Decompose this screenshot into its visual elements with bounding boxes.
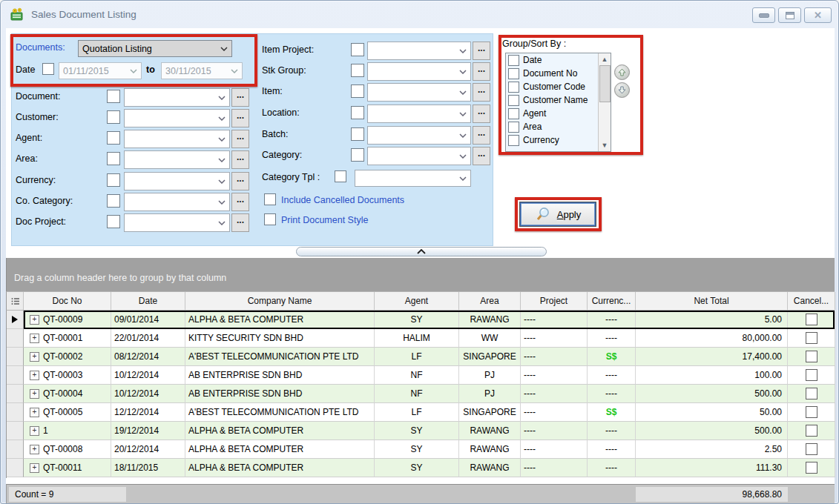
move-up-button[interactable] [614, 64, 630, 80]
include-cancelled-checkbox[interactable] [264, 193, 276, 205]
ellipsis-button-customer[interactable]: ... [231, 109, 249, 127]
group-sort-checkbox[interactable] [508, 122, 519, 133]
cancelled-checkbox[interactable] [806, 406, 817, 418]
expand-row-button[interactable]: + [30, 389, 39, 399]
table-row[interactable]: +QT-0001118/11/2015ALPHA & BETA COMPUTER… [7, 459, 835, 477]
move-down-button[interactable] [614, 82, 630, 98]
cancelled-checkbox[interactable] [806, 369, 817, 381]
expand-row-button[interactable]: + [30, 352, 39, 362]
filter-checkbox-agent[interactable] [107, 131, 120, 145]
apply-button[interactable]: Apply [520, 202, 596, 226]
scroll-up-icon[interactable]: ▲ [599, 53, 611, 65]
group-sort-item-customer-name[interactable]: Customer Name [506, 93, 611, 107]
ellipsis-button-category[interactable]: ... [473, 147, 490, 165]
cancelled-checkbox[interactable] [806, 332, 817, 344]
cancelled-checkbox[interactable] [806, 388, 817, 399]
cancelled-checkbox[interactable] [806, 443, 817, 455]
ellipsis-button-item-project[interactable]: ... [473, 42, 490, 60]
filter-combo-item-project[interactable] [367, 42, 471, 60]
group-sort-item-customer-code[interactable]: Customer Code [506, 80, 611, 93]
ellipsis-button-co-category[interactable]: ... [231, 193, 249, 211]
table-row[interactable]: +QT-0000410/12/2014AB ENTERPRISE SDN BHD… [7, 385, 835, 403]
group-sort-item-date[interactable]: Date [506, 53, 611, 67]
filter-checkbox-stk-group[interactable] [351, 64, 364, 77]
date-from-combo[interactable]: 01/11/2015 [59, 62, 142, 79]
expand-row-button[interactable]: + [30, 371, 39, 380]
ellipsis-button-batch[interactable]: ... [473, 126, 490, 145]
group-sort-item-agent[interactable]: Agent [506, 107, 611, 120]
filter-combo-category[interactable] [367, 147, 471, 165]
filter-combo-item[interactable] [367, 83, 471, 102]
group-sort-checkbox[interactable] [508, 55, 519, 66]
ellipsis-button-currency[interactable]: ... [231, 172, 249, 190]
filter-combo-doc-project[interactable] [124, 213, 230, 232]
column-header-company[interactable]: Company Name [185, 292, 375, 310]
filter-checkbox-item-project[interactable] [351, 43, 364, 56]
group-by-drop-zone[interactable]: Drag a column header here to group by th… [6, 258, 835, 291]
filter-checkbox-doc-project[interactable] [107, 215, 120, 228]
filter-checkbox-location[interactable] [351, 106, 364, 119]
scroll-down-icon[interactable]: ▼ [599, 139, 611, 151]
expand-row-button[interactable]: + [30, 315, 39, 325]
group-sort-item-document-no[interactable]: Document No [506, 67, 611, 80]
cancelled-checkbox[interactable] [806, 351, 817, 362]
filter-combo-batch[interactable] [367, 126, 471, 145]
group-sort-item-currency[interactable]: Currency [506, 133, 611, 147]
collapse-filter-bar[interactable] [296, 247, 547, 256]
group-sort-item-area[interactable]: Area [506, 120, 611, 133]
column-header-cancel[interactable]: Cancel... [788, 292, 835, 310]
ellipsis-button-stk-group[interactable]: ... [473, 62, 490, 81]
cancelled-checkbox[interactable] [806, 314, 817, 325]
column-header-currency[interactable]: Currenc... [588, 292, 636, 310]
column-header-date[interactable]: Date [111, 292, 185, 310]
scrollbar-thumb[interactable] [599, 65, 611, 102]
group-sort-checkbox[interactable] [508, 135, 519, 146]
group-sort-checkbox[interactable] [508, 108, 519, 119]
date-to-combo[interactable]: 30/11/2015 [161, 62, 243, 79]
column-header-agent[interactable]: Agent [375, 292, 459, 310]
table-row[interactable]: +QT-0000122/01/2014KITTY SECURITY SDN BH… [7, 329, 835, 348]
table-row[interactable]: +119/12/2014ALPHA & BETA COMPUTERSYRAWAN… [7, 422, 835, 440]
group-list-scrollbar[interactable]: ▲ ▼ [598, 53, 611, 151]
category-tpl-combo[interactable] [355, 170, 471, 187]
ellipsis-button-item[interactable]: ... [473, 83, 490, 102]
table-row[interactable]: +QT-0000310/12/2014AB ENTERPRISE SDN BHD… [7, 366, 835, 385]
column-chooser-icon[interactable] [7, 292, 24, 310]
expand-row-button[interactable]: + [30, 408, 39, 417]
table-row[interactable]: +QT-0000909/01/2014ALPHA & BETA COMPUTER… [7, 311, 835, 329]
filter-combo-stk-group[interactable] [367, 62, 471, 81]
ellipsis-button-area[interactable]: ... [231, 150, 249, 169]
date-checkbox[interactable] [42, 63, 54, 75]
ellipsis-button-location[interactable]: ... [473, 105, 490, 123]
category-tpl-checkbox[interactable] [335, 170, 346, 182]
filter-combo-currency[interactable] [124, 172, 230, 190]
table-row[interactable]: +QT-0000512/12/2014A'BEST TELECOMMUNICAT… [7, 403, 835, 422]
expand-row-button[interactable]: + [30, 334, 39, 343]
filter-checkbox-batch[interactable] [351, 127, 364, 141]
group-sort-checkbox[interactable] [508, 95, 519, 106]
column-header-project[interactable]: Project [521, 292, 588, 310]
group-sort-checkbox[interactable] [508, 68, 519, 79]
filter-combo-document[interactable] [124, 88, 230, 107]
filter-combo-co-category[interactable] [124, 193, 230, 211]
restore-button[interactable] [778, 7, 801, 23]
close-button[interactable]: ✕ [804, 7, 832, 23]
filter-checkbox-document[interactable] [107, 90, 120, 103]
column-header-area[interactable]: Area [459, 292, 521, 310]
filter-checkbox-area[interactable] [107, 152, 120, 165]
filter-combo-customer[interactable] [124, 109, 230, 127]
expand-row-button[interactable]: + [30, 445, 39, 454]
filter-checkbox-category[interactable] [351, 148, 364, 162]
filter-combo-agent[interactable] [124, 130, 230, 148]
column-header-doc_no[interactable]: Doc No [24, 292, 111, 310]
ellipsis-button-agent[interactable]: ... [231, 130, 249, 148]
ellipsis-button-document[interactable]: ... [231, 88, 249, 107]
filter-checkbox-co-category[interactable] [107, 194, 120, 208]
group-sort-checkbox[interactable] [508, 82, 519, 93]
cancelled-checkbox[interactable] [806, 425, 817, 437]
filter-combo-location[interactable] [367, 105, 471, 123]
documents-combo[interactable]: Quotation Listing [78, 40, 232, 57]
filter-checkbox-currency[interactable] [107, 173, 120, 187]
table-row[interactable]: +QT-0000208/12/2014A'BEST TELECOMMUNICAT… [7, 348, 835, 366]
cancelled-checkbox[interactable] [806, 462, 817, 474]
